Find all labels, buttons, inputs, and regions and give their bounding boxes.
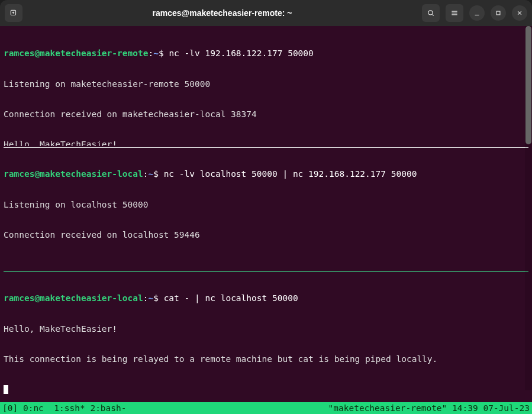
minimize-button[interactable] [469,5,485,21]
output-line: This connection is being relayed to a re… [4,354,528,364]
menu-button[interactable] [446,4,463,22]
search-button[interactable] [422,4,440,22]
prompt-path: ~ [148,169,153,179]
status-left: [0] 0:nc 1:ssh* 2:bash- [2,402,127,414]
scrollbar[interactable] [525,26,532,390]
titlebar: ramces@maketecheasier-remote: ~ [0,0,532,26]
pane-divider-active[interactable] [4,271,528,272]
tmux-status-bar: [0] 0:nc 1:ssh* 2:bash- "maketecheasier-… [0,402,532,414]
svg-rect-2 [496,11,500,15]
terminal-area[interactable]: ramces@maketecheasier-remote:~$ nc -lv 1… [0,26,532,402]
new-tab-button[interactable] [5,4,22,22]
pane-divider[interactable] [4,147,528,148]
output-line: Hello, MakeTechEasier! [4,140,528,146]
prompt-path: ~ [153,48,159,58]
command: nc -lv localhost 50000 | nc 192.168.122.… [164,169,417,179]
output-line: Connection received on localhost 59446 [4,230,528,240]
prompt-line: ramces@maketecheasier-local:~$ cat - | n… [4,293,528,303]
status-right: "maketecheasier-remote" 14:39 07-Jul-23 [328,402,530,414]
cursor-icon [4,385,8,394]
prompt-user: ramces@maketecheasier-remote [4,48,148,58]
prompt-line: ramces@maketecheasier-remote:~$ nc -lv 1… [4,48,528,59]
prompt-path: ~ [148,293,153,303]
cursor-line [4,384,528,394]
svg-point-1 [428,11,433,15]
titlebar-right [422,4,527,22]
output-line: Hello, MakeTechEasier! [4,324,528,334]
window-title: ramces@maketecheasier-remote: ~ [26,8,418,18]
tmux-pane-2[interactable]: ramces@maketecheasier-local:~$ nc -lv lo… [4,149,528,270]
command: cat - | nc localhost 50000 [164,293,298,303]
scrollbar-thumb[interactable] [525,26,531,144]
output-line: Listening on maketecheasier-remote 50000 [4,79,528,89]
close-button[interactable] [512,5,527,21]
titlebar-left [5,4,22,22]
command: nc -lv 192.168.122.177 50000 [169,48,313,58]
prompt-line: ramces@maketecheasier-local:~$ nc -lv lo… [4,169,528,179]
maximize-button[interactable] [491,5,506,21]
prompt-user: ramces@maketecheasier-local [4,169,143,179]
tmux-pane-1[interactable]: ramces@maketecheasier-remote:~$ nc -lv 1… [4,28,528,146]
tmux-pane-3[interactable]: ramces@maketecheasier-local:~$ cat - | n… [4,273,528,402]
prompt-user: ramces@maketecheasier-local [4,293,143,303]
output-line: Connection received on maketecheasier-lo… [4,109,528,119]
output-line: Listening on localhost 50000 [4,200,528,210]
